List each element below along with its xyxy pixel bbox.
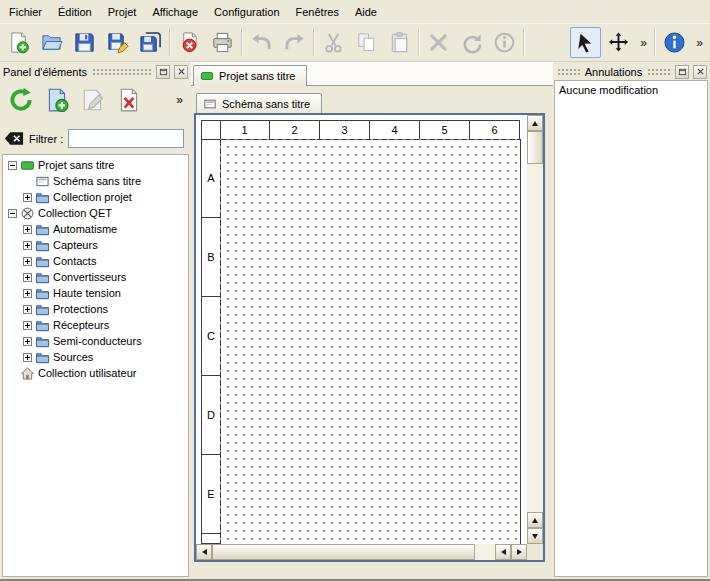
menu-fichier[interactable]: Fichier	[1, 1, 50, 23]
elements-panel-titlebar[interactable]: Panel d'éléments	[0, 62, 191, 80]
menu-affichage[interactable]: Affichage	[144, 1, 206, 23]
tree-item-semi-conducteurs[interactable]: Semi-conducteurs	[6, 333, 188, 349]
save-as-button[interactable]	[102, 27, 133, 58]
tree-item-protections[interactable]: Protections	[6, 301, 188, 317]
scroll-up-button[interactable]	[527, 115, 543, 131]
menu-configuration[interactable]: Configuration	[206, 1, 287, 23]
tree-item-automatisme[interactable]: Automatisme	[6, 221, 188, 237]
tree-item-schema-sans-titre[interactable]: Schéma sans titre	[6, 173, 188, 189]
column-header: 6	[470, 120, 520, 140]
toolbar-overflow-button[interactable]: »	[692, 30, 707, 56]
schema-icon	[36, 175, 49, 188]
filter-input[interactable]	[68, 129, 184, 148]
undo-panel: Annulations Aucune modification	[553, 62, 710, 579]
diagram-paper[interactable]: 123456 ABCDE	[196, 115, 527, 544]
scroll-left-button[interactable]	[196, 544, 212, 560]
tree-item-collection-projet[interactable]: Collection projet	[6, 189, 188, 205]
row-headers: ABCDE	[201, 139, 221, 544]
plus-expander-icon[interactable]	[23, 321, 32, 330]
scroll-right-button[interactable]	[511, 544, 527, 560]
toolbar-overflow-button[interactable]: »	[636, 30, 651, 56]
tree-item-convertisseurs[interactable]: Convertisseurs	[6, 269, 188, 285]
grid-area[interactable]	[220, 139, 521, 544]
save-all-button[interactable]	[135, 27, 166, 58]
project-icon	[200, 70, 214, 82]
tree-item-label: Semi-conducteurs	[53, 335, 142, 347]
plus-expander-icon[interactable]	[23, 193, 32, 202]
print-button[interactable]	[207, 27, 238, 58]
tree-item-contacts[interactable]: Contacts	[6, 253, 188, 269]
project-tabbar: Projet sans titre	[191, 62, 553, 86]
horizontal-scroll-thumb[interactable]	[212, 544, 475, 560]
plus-expander-icon[interactable]	[23, 273, 32, 282]
float-icon	[159, 67, 168, 76]
close-panel-button[interactable]	[693, 65, 707, 79]
close-panel-button[interactable]	[174, 65, 188, 79]
plus-expander-icon[interactable]	[23, 305, 32, 314]
menubar: FichierÉditionProjetAffichageConfigurati…	[0, 0, 710, 23]
tree-item-capteurs[interactable]: Capteurs	[6, 237, 188, 253]
menu-aide[interactable]: Aide	[347, 1, 385, 23]
right-arrow-icon	[517, 549, 522, 555]
select-mode-button[interactable]	[570, 27, 601, 58]
save-button[interactable]	[69, 27, 100, 58]
diagram-view[interactable]: 123456 ABCDE	[194, 113, 545, 562]
float-panel-button[interactable]	[675, 65, 689, 79]
undo-panel-titlebar[interactable]: Annulations	[553, 62, 710, 80]
schema-tab[interactable]: Schéma sans titre	[196, 93, 322, 114]
reload-collections-button[interactable]	[4, 84, 37, 117]
save-icon	[73, 31, 96, 54]
vertical-scroll-thumb[interactable]	[527, 131, 543, 164]
about-qt-button[interactable]	[659, 27, 690, 58]
clear-filter-icon[interactable]	[4, 131, 24, 146]
minus-expander-icon[interactable]	[8, 209, 17, 218]
toolbar-separator	[418, 29, 420, 56]
tree-item-label: Protections	[53, 303, 108, 315]
menu-fenetres[interactable]: Fenêtres	[288, 1, 347, 23]
plus-expander-icon[interactable]	[23, 353, 32, 362]
vertical-scrollbar[interactable]	[527, 115, 543, 544]
row-header: E	[201, 455, 221, 534]
tree-item-collection-qet[interactable]: Collection QET	[6, 205, 188, 221]
tree-item-label: Collection projet	[53, 191, 132, 203]
minus-expander-icon[interactable]	[8, 161, 17, 170]
plus-expander-icon[interactable]	[23, 225, 32, 234]
undo-empty-text: Aucune modification	[559, 84, 658, 96]
new-document-button[interactable]	[3, 27, 34, 58]
main-content: Panel d'éléments » Filtrer : Projet sans…	[0, 62, 710, 579]
dock-grip[interactable]	[556, 67, 581, 76]
horizontal-scrollbar[interactable]	[196, 544, 527, 560]
plus-expander-icon[interactable]	[23, 289, 32, 298]
panel-overflow-button[interactable]: »	[172, 93, 187, 107]
open-project-button[interactable]	[36, 27, 67, 58]
scroll-down-button[interactable]	[527, 528, 543, 544]
tree-item-label: Convertisseurs	[53, 271, 126, 283]
folder-icon	[36, 191, 49, 204]
plus-expander-icon[interactable]	[23, 257, 32, 266]
tree-item-haute-tension[interactable]: Haute tension	[6, 285, 188, 301]
tree-item-recepteurs[interactable]: Récepteurs	[6, 317, 188, 333]
float-panel-button[interactable]	[156, 65, 170, 79]
delete-element-button[interactable]	[112, 84, 145, 117]
undo-list[interactable]: Aucune modification	[554, 80, 708, 577]
scroll-up-button-2[interactable]	[527, 512, 543, 528]
dock-grip[interactable]	[646, 67, 671, 76]
up-arrow-icon	[532, 121, 538, 126]
scroll-mode-button[interactable]	[603, 27, 634, 58]
scroll-left-button-2[interactable]	[495, 544, 511, 560]
dock-grip[interactable]	[91, 67, 152, 76]
folder-icon	[36, 303, 49, 316]
delete-element-icon	[116, 87, 142, 113]
tree-item-label: Collection QET	[38, 207, 112, 219]
close-file-button[interactable]	[174, 27, 205, 58]
plus-expander-icon[interactable]	[23, 241, 32, 250]
select-mode-icon	[574, 31, 597, 54]
tree-item-sources[interactable]: Sources	[6, 349, 188, 365]
new-element-button[interactable]	[40, 84, 73, 117]
plus-expander-icon[interactable]	[23, 337, 32, 346]
tree-item-projet-sans-titre[interactable]: Projet sans titre	[6, 157, 188, 173]
project-tab[interactable]: Projet sans titre	[193, 65, 307, 86]
menu-projet[interactable]: Projet	[100, 1, 145, 23]
tree-item-collection-utilisateur[interactable]: Collection utilisateur	[6, 365, 188, 381]
menu-edition[interactable]: Édition	[50, 1, 100, 23]
